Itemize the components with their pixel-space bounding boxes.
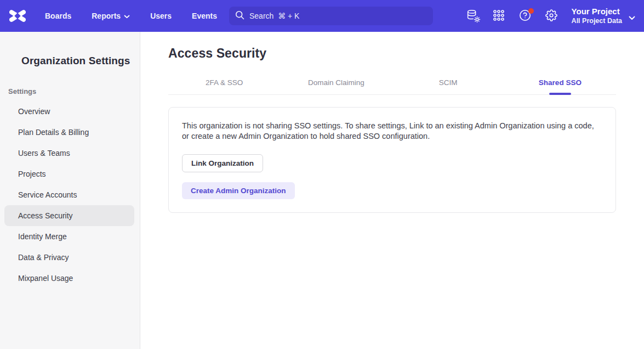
active-tab-underline — [549, 93, 571, 95]
sidebar-section-label: Settings — [8, 87, 140, 95]
apps-grid-icon[interactable] — [493, 9, 506, 22]
sidebar-list: Overview Plan Details & Billing Users & … — [0, 101, 140, 289]
sidebar-item-access-security[interactable]: Access Security — [4, 205, 134, 226]
nav-boards[interactable]: Boards — [45, 12, 71, 20]
settings-gear-icon[interactable] — [545, 9, 558, 22]
project-subtitle: All Project Data — [572, 17, 622, 25]
tab-bar: 2FA & SSO Domain Claiming SCIM Shared SS… — [168, 76, 616, 95]
sidebar-item-mixpanel-usage[interactable]: Mixpanel Usage — [0, 268, 140, 289]
help-icon[interactable] — [519, 9, 532, 22]
tab-shared-sso[interactable]: Shared SSO — [504, 76, 616, 94]
sidebar-item-plan-details-billing[interactable]: Plan Details & Billing — [0, 122, 140, 143]
project-name: Your Project — [572, 7, 622, 16]
sidebar-item-service-accounts[interactable]: Service Accounts — [0, 184, 140, 205]
project-switcher[interactable]: Your Project All Project Data — [572, 7, 635, 25]
sidebar-item-data-privacy[interactable]: Data & Privacy — [0, 247, 140, 268]
nav-events-label: Events — [192, 12, 217, 20]
chevron-down-icon — [124, 12, 130, 20]
top-nav: Boards Reports Users Events — [45, 12, 237, 20]
nav-reports[interactable]: Reports — [92, 12, 130, 20]
notification-dot — [528, 8, 534, 14]
page-title: Access Security — [168, 46, 616, 61]
data-management-icon[interactable] — [466, 9, 480, 22]
tab-2fa-sso[interactable]: 2FA & SSO — [168, 76, 280, 94]
shared-sso-description: This organization is not sharing SSO set… — [182, 121, 601, 142]
topbar-right: Your Project All Project Data — [453, 0, 635, 32]
link-organization-button[interactable]: Link Organization — [182, 154, 263, 172]
settings-sidebar: Organization Settings Settings Overview … — [0, 32, 140, 349]
nav-events[interactable]: Events — [192, 12, 217, 20]
mixpanel-logo[interactable] — [9, 9, 26, 23]
main-content: Access Security 2FA & SSO Domain Claimin… — [140, 32, 644, 349]
sidebar-item-overview[interactable]: Overview — [0, 101, 140, 122]
chevron-down-icon — [629, 13, 635, 22]
tab-domain-claiming[interactable]: Domain Claiming — [280, 76, 392, 94]
search-box[interactable] — [229, 7, 433, 25]
create-admin-organization-button[interactable]: Create Admin Organization — [182, 182, 295, 199]
tab-scim[interactable]: SCIM — [392, 76, 504, 94]
nav-users-label: Users — [150, 12, 172, 20]
nav-boards-label: Boards — [45, 12, 71, 20]
search-icon — [235, 10, 244, 22]
search-input[interactable] — [249, 12, 433, 20]
topbar: Boards Reports Users Events — [0, 0, 644, 32]
sidebar-item-projects[interactable]: Projects — [0, 164, 140, 184]
tab-shared-sso-label: Shared SSO — [539, 78, 582, 87]
sidebar-title: Organization Settings — [21, 55, 140, 67]
shared-sso-card: This organization is not sharing SSO set… — [168, 107, 616, 213]
nav-reports-label: Reports — [92, 12, 121, 20]
nav-users[interactable]: Users — [150, 12, 172, 20]
project-text: Your Project All Project Data — [572, 7, 622, 25]
sidebar-item-identity-merge[interactable]: Identity Merge — [0, 226, 140, 247]
sidebar-item-users-teams[interactable]: Users & Teams — [0, 143, 140, 164]
